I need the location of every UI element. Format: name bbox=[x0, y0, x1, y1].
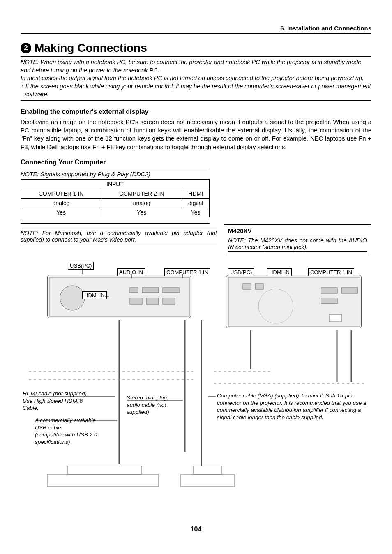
ddc-note: NOTE: Signals supported by Plug & Play (… bbox=[21, 170, 210, 180]
svg-rect-34 bbox=[47, 474, 158, 487]
svg-rect-37 bbox=[193, 466, 222, 474]
callout-usb: A commercially available USB cable (comp… bbox=[35, 417, 117, 446]
callout-stereo: Stereo mini-plug audio cable (not suppli… bbox=[127, 394, 180, 416]
model-label: M420XV bbox=[228, 227, 367, 234]
page-number: 104 bbox=[21, 526, 371, 533]
connection-diagram: USB(PC) AUDIO IN COMPUTER 1 IN HDMI IN U… bbox=[21, 259, 371, 513]
callout-hdmi: HDMI cable (not supplied) Use High Speed… bbox=[23, 390, 105, 412]
main-title-text: Making Connections bbox=[35, 42, 147, 55]
table-cell: HDMI bbox=[182, 189, 210, 199]
two-column-row: NOTE: For Macintosh, use a commercially … bbox=[21, 224, 371, 254]
section-number-icon: 2 bbox=[21, 43, 31, 53]
mac-note: NOTE: For Macintosh, use a commercially … bbox=[21, 229, 217, 244]
table-header: INPUT bbox=[21, 180, 210, 189]
cable-lines bbox=[21, 259, 374, 513]
divider bbox=[21, 100, 371, 101]
top-note: NOTE: When using with a notebook PC, be … bbox=[21, 58, 371, 99]
note-line: * If the screen goes blank while using y… bbox=[21, 83, 371, 99]
table-cell: Yes bbox=[21, 208, 101, 217]
table-cell: analog bbox=[21, 199, 101, 208]
table-cell: analog bbox=[101, 199, 182, 208]
subheading-enabling-display: Enabling the computer's external display bbox=[21, 108, 371, 115]
note-line: NOTE: When using with a notebook PC, be … bbox=[21, 58, 371, 74]
divider bbox=[21, 223, 210, 224]
input-signal-table: INPUT COMPUTER 1 IN COMPUTER 2 IN HDMI a… bbox=[21, 179, 210, 217]
section-header: 6. Installation and Connections bbox=[21, 25, 371, 34]
svg-rect-36 bbox=[181, 474, 234, 487]
m420xv-box: M420XV NOTE: The M420XV does not come wi… bbox=[224, 224, 371, 254]
svg-rect-35 bbox=[68, 466, 142, 474]
table-cell: COMPUTER 2 IN bbox=[101, 189, 182, 199]
m420-note: NOTE: The M420XV does not come with the … bbox=[228, 236, 367, 252]
note-line: In most cases the output signal from the… bbox=[21, 74, 371, 83]
divider bbox=[21, 56, 371, 57]
table-cell: Yes bbox=[101, 208, 182, 217]
body-paragraph: Displaying an image on the notebook PC's… bbox=[21, 118, 371, 151]
table-cell: Yes bbox=[182, 208, 210, 217]
main-title: 2 Making Connections bbox=[21, 42, 371, 55]
table-cell: COMPUTER 1 IN bbox=[21, 189, 101, 199]
table-cell: digital bbox=[182, 199, 210, 208]
divider bbox=[21, 169, 210, 169]
callout-vga: Computer cable (VGA) (supplied) To mini … bbox=[217, 392, 369, 421]
subheading-connecting-computer: Connecting Your Computer bbox=[21, 159, 371, 166]
left-column: NOTE: For Macintosh, use a commercially … bbox=[21, 224, 217, 247]
